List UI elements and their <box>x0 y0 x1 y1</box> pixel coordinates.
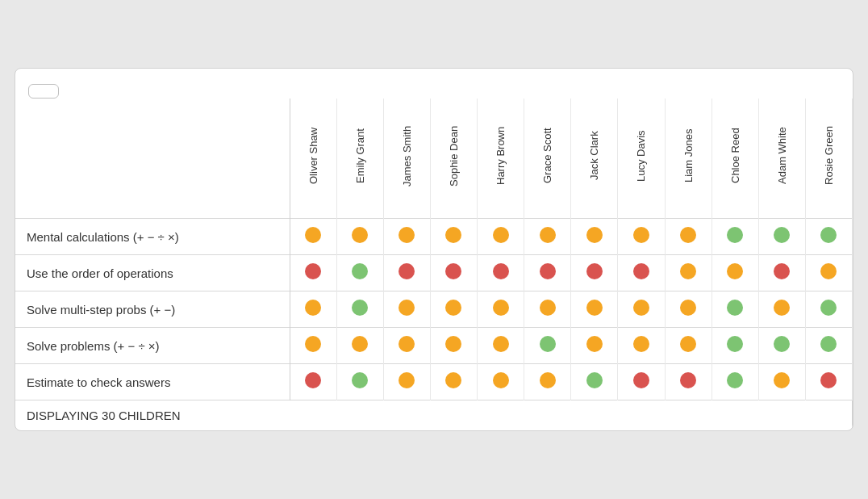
status-dot <box>493 300 509 316</box>
status-dot <box>820 263 837 279</box>
status-dot <box>493 336 509 352</box>
cell-1-8 <box>665 255 712 291</box>
cell-4-0 <box>290 364 336 400</box>
status-dot <box>399 227 415 243</box>
cell-0-7 <box>618 219 665 255</box>
cell-2-10 <box>758 291 805 328</box>
cell-2-2 <box>383 291 430 328</box>
topic-dropdown[interactable] <box>28 84 59 99</box>
scores-table: Oliver ShawEmily GrantJames SmithSophie … <box>15 99 853 430</box>
cell-3-1 <box>336 328 383 364</box>
status-dot <box>633 227 649 243</box>
column-header-1: Emily Grant <box>336 99 383 219</box>
cell-3-0 <box>290 328 336 364</box>
table-row: Mental calculations (+ − ÷ ×) <box>15 219 853 255</box>
row-label-2: Solve multi-step probs (+ −) <box>15 291 290 328</box>
cell-3-10 <box>758 328 805 364</box>
status-dot <box>820 372 837 388</box>
cell-3-5 <box>524 328 571 364</box>
student-name-8: Liam Jones <box>682 103 695 208</box>
row-label-0: Mental calculations (+ − ÷ ×) <box>15 219 290 255</box>
cell-2-5 <box>524 291 571 328</box>
table-row: Estimate to check answers <box>15 364 853 400</box>
status-dot <box>305 263 321 279</box>
status-dot <box>352 263 368 279</box>
status-dot <box>305 300 321 316</box>
status-dot <box>727 263 743 279</box>
column-header-7: Lucy Davis <box>618 99 665 219</box>
status-dot <box>774 372 790 388</box>
status-dot <box>399 336 415 352</box>
table-row: Solve problems (+ − ÷ ×) <box>15 328 853 364</box>
status-dot <box>445 300 461 316</box>
cell-0-5 <box>524 219 571 255</box>
status-dot <box>399 372 415 388</box>
status-dot <box>445 227 461 243</box>
cell-1-1 <box>336 255 383 291</box>
status-dot <box>445 336 461 352</box>
status-dot <box>399 300 415 316</box>
main-card: Oliver ShawEmily GrantJames SmithSophie … <box>15 68 853 431</box>
student-name-10: Adam White <box>776 103 788 208</box>
status-dot <box>493 227 509 243</box>
cell-2-3 <box>430 291 477 328</box>
cell-4-9 <box>712 364 758 400</box>
cell-0-11 <box>805 219 852 255</box>
status-dot <box>493 263 509 279</box>
student-name-3: Sophie Dean <box>448 103 460 208</box>
card-header <box>15 69 853 99</box>
status-dot <box>445 263 461 279</box>
student-name-1: Emily Grant <box>354 103 366 208</box>
cell-0-4 <box>478 219 524 255</box>
cell-4-10 <box>758 364 805 400</box>
cell-0-10 <box>758 219 805 255</box>
cell-1-10 <box>758 255 805 291</box>
status-dot <box>633 372 649 388</box>
column-header-8: Liam Jones <box>665 99 712 219</box>
status-dot <box>352 300 368 316</box>
column-header-0: Oliver Shaw <box>290 99 336 219</box>
cell-3-2 <box>383 328 430 364</box>
status-dot <box>540 300 556 316</box>
column-header-11: Rosie Green <box>805 99 852 219</box>
cell-2-4 <box>478 291 524 328</box>
cell-1-4 <box>478 255 524 291</box>
cell-2-0 <box>290 291 336 328</box>
student-name-0: Oliver Shaw <box>307 103 319 208</box>
cell-0-3 <box>430 219 477 255</box>
cell-4-11 <box>805 364 852 400</box>
student-name-11: Rosie Green <box>823 103 835 208</box>
status-dot <box>680 372 696 388</box>
cell-2-6 <box>571 291 618 328</box>
cell-1-7 <box>618 255 665 291</box>
status-dot <box>774 263 790 279</box>
status-dot <box>305 227 321 243</box>
status-dot <box>774 336 790 352</box>
cell-3-11 <box>805 328 852 364</box>
status-dot <box>399 263 415 279</box>
cell-4-8 <box>665 364 712 400</box>
status-dot <box>680 300 696 316</box>
status-dot <box>586 263 603 279</box>
cell-2-11 <box>805 291 852 328</box>
cell-4-6 <box>571 364 618 400</box>
status-dot <box>633 300 649 316</box>
cell-2-7 <box>618 291 665 328</box>
status-dot <box>727 227 743 243</box>
cell-1-2 <box>383 255 430 291</box>
cell-4-7 <box>618 364 665 400</box>
status-dot <box>445 372 461 388</box>
status-dot <box>305 336 321 352</box>
status-dot <box>540 336 556 352</box>
status-dot <box>680 263 696 279</box>
cell-1-11 <box>805 255 852 291</box>
row-label-1: Use the order of operations <box>15 255 290 291</box>
status-dot <box>352 372 368 388</box>
cell-0-9 <box>712 219 758 255</box>
status-dot <box>540 263 556 279</box>
cell-0-6 <box>571 219 618 255</box>
cell-0-8 <box>665 219 712 255</box>
footer-text: DISPLAYING 30 CHILDREN <box>15 400 853 431</box>
column-header-2: James Smith <box>383 99 430 219</box>
cell-0-2 <box>383 219 430 255</box>
